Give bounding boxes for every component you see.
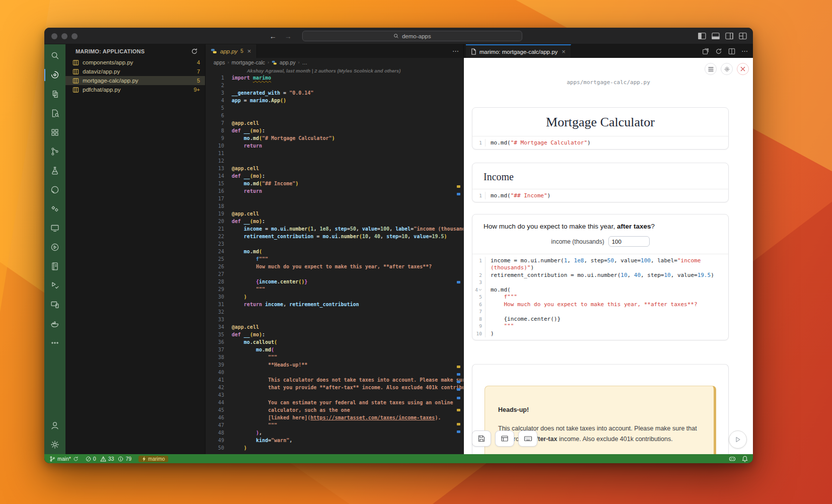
activity-bar-item[interactable] (44, 219, 65, 238)
breadcrumb-item[interactable]: … (302, 59, 308, 65)
code-line[interactable]: 45 calculator, such as the one (205, 406, 463, 414)
code-line[interactable]: 50 ) (205, 444, 463, 452)
code-line[interactable]: 8def __(mo): (205, 127, 463, 134)
code-line[interactable]: 39 **Heads-up!** (205, 361, 463, 369)
code-line[interactable]: 5 (205, 104, 463, 112)
toggle-secondary-sidebar-icon[interactable] (725, 32, 733, 40)
code-line[interactable]: 47 """ (205, 421, 463, 429)
code-line[interactable]: 11 (205, 150, 463, 157)
activity-bar-item[interactable] (44, 333, 65, 352)
toggle-sidebar-icon[interactable] (698, 32, 706, 40)
code-line[interactable]: 42 that you provide **after-tax** income… (205, 384, 463, 391)
minimize-window-button[interactable] (61, 33, 67, 39)
sync-icon[interactable] (73, 456, 79, 462)
code-line[interactable]: 30 ) (205, 293, 463, 301)
activity-bar-item[interactable] (44, 161, 65, 180)
close-window-button[interactable] (51, 33, 57, 39)
activity-bar-item[interactable] (44, 142, 65, 161)
code-line[interactable]: 19@app.cell (205, 210, 463, 218)
activity-bar-item[interactable] (44, 85, 65, 104)
code-line[interactable]: 37 mo.md( (205, 346, 463, 353)
keyboard-shortcuts-button[interactable] (518, 430, 537, 447)
code-line[interactable]: 22 retirement_contribution = mo.ui.numbe… (205, 233, 463, 240)
code-line[interactable]: 16 return (205, 187, 463, 195)
code-line[interactable]: 44 You can estimate your federal and sta… (205, 399, 463, 406)
code-line[interactable]: 26 How much do you expect to make this y… (205, 263, 463, 270)
code-line[interactable]: 7@app.cell (205, 119, 463, 127)
code-line[interactable]: 28 {income.center()} (205, 278, 463, 285)
editor-actions-more-icon[interactable]: ⋯ (452, 44, 459, 58)
code-line[interactable]: 18 (205, 202, 463, 210)
code-line[interactable]: 6 (205, 112, 463, 119)
code-line[interactable]: 9 mo.md("# Mortgage Calculator") (205, 134, 463, 142)
split-editor-icon[interactable] (728, 48, 735, 55)
navigate-forward-icon[interactable]: → (285, 32, 292, 40)
code-line[interactable]: 21 income = mo.ui.number(1, 1e8, step=50… (205, 225, 463, 233)
fold-chevron-icon[interactable] (478, 289, 482, 291)
activity-bar-item[interactable] (44, 199, 65, 219)
toggle-panel-icon[interactable] (712, 32, 720, 40)
sidebar-file-components-app-py[interactable]: components/app.py4 (65, 58, 205, 67)
shutdown-button[interactable] (737, 63, 749, 75)
customize-layout-icon[interactable] (739, 32, 747, 40)
code-line[interactable]: 41 This calculator does not take taxes i… (205, 376, 463, 384)
code-line[interactable]: 13@app.cell (205, 165, 463, 172)
activity-bar-item[interactable] (44, 257, 65, 276)
git-branch-status[interactable]: main* (49, 456, 79, 462)
refresh-icon[interactable] (191, 48, 198, 55)
activity-bar-item[interactable] (44, 123, 65, 142)
income-number-input[interactable] (608, 236, 650, 247)
activity-bar-item[interactable] (44, 104, 65, 123)
settings-button[interactable] (721, 63, 733, 75)
bell-icon[interactable] (742, 456, 748, 462)
close-tab-icon[interactable]: × (562, 48, 566, 55)
code-line[interactable]: 2 (205, 82, 463, 89)
activity-bar-item[interactable] (44, 416, 65, 435)
menu-button[interactable] (705, 63, 717, 75)
panel-layout-button[interactable] (495, 430, 514, 447)
code-line[interactable]: 35def __(mo): (205, 331, 463, 338)
more-actions-icon[interactable]: ⋯ (741, 47, 748, 55)
save-button[interactable] (472, 430, 491, 447)
code-editor[interactable]: Akshay Agrawal, last month | 2 authors (… (205, 67, 463, 452)
command-center-search[interactable]: demo-apps (302, 31, 522, 41)
code-line[interactable]: 10 return (205, 142, 463, 150)
breadcrumb-item[interactable]: app.py (280, 59, 296, 65)
breadcrumb[interactable]: apps› mortgage-calc› app.py› … (205, 58, 463, 67)
code-line[interactable]: 23 (205, 240, 463, 248)
close-tab-icon[interactable]: × (247, 47, 251, 55)
open-editor-icon[interactable] (702, 48, 709, 55)
code-line[interactable]: 43 (205, 391, 463, 399)
code-line[interactable]: 17 (205, 195, 463, 202)
sidebar-file-pdfchat-app-py[interactable]: pdfchat/app.py9+ (65, 85, 205, 94)
sidebar-file-mortgage-calc-app-py[interactable]: mortgage-calc/app.py5 (65, 76, 205, 85)
code-line[interactable]: 31 return income, retirement_contributio… (205, 301, 463, 308)
code-line[interactable]: 4app = marimo.App() (205, 97, 463, 104)
refresh-preview-icon[interactable] (715, 48, 722, 55)
activity-bar-item[interactable] (44, 276, 65, 295)
sidebar-file-dataviz-app-py[interactable]: dataviz/app.py7 (65, 67, 205, 76)
code-line[interactable]: 34@app.cell (205, 323, 463, 331)
marimo-status-chip[interactable]: marimo (138, 456, 168, 462)
breadcrumb-item[interactable]: mortgage-calc (232, 59, 265, 65)
code-line[interactable]: 20def __(mo): (205, 218, 463, 225)
activity-bar-item[interactable] (44, 65, 65, 85)
breadcrumb-item[interactable]: apps (214, 59, 225, 65)
code-line[interactable]: 36 mo.callout( (205, 338, 463, 346)
activity-bar-item[interactable] (44, 295, 65, 314)
traffic-lights[interactable] (51, 33, 78, 39)
code-line[interactable]: 46 [linked here](https://smartasset.com/… (205, 414, 463, 421)
code-line[interactable]: 3__generated_with = "0.0.14" (205, 89, 463, 97)
activity-bar-item[interactable] (44, 314, 65, 333)
run-app-button[interactable] (729, 430, 747, 449)
code-line[interactable]: 25 f""" (205, 255, 463, 263)
code-line[interactable]: 14def __(mo): (205, 172, 463, 180)
tab-app-py[interactable]: app.py 5 × (205, 44, 257, 58)
tab-marimo-preview[interactable]: marimo: mortgage-calc/app.py × (466, 44, 571, 58)
activity-bar-item[interactable] (44, 46, 65, 65)
activity-bar-item[interactable] (44, 180, 65, 199)
code-line[interactable]: 32 (205, 308, 463, 316)
zoom-window-button[interactable] (72, 33, 78, 39)
code-line[interactable]: 49 kind="warn", (205, 437, 463, 444)
activity-bar-item[interactable] (44, 435, 65, 454)
